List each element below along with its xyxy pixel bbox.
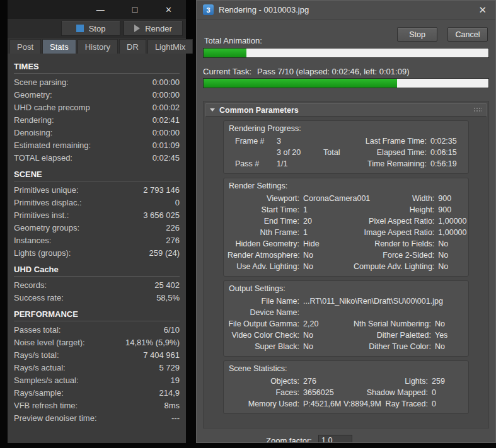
stat-row: Rendering: 0:02:41 bbox=[14, 113, 180, 126]
stat-label: Passes total: bbox=[14, 325, 61, 335]
close-button[interactable]: ✕ bbox=[165, 6, 172, 14]
param-value: Yes bbox=[434, 330, 468, 341]
grip-icon[interactable] bbox=[473, 107, 482, 113]
app-icon: 3 bbox=[203, 4, 214, 15]
stat-value: 214,9 bbox=[159, 388, 180, 398]
stat-value: 0:01:09 bbox=[153, 141, 180, 150]
stat-row: Denoising: 0:00:00 bbox=[14, 126, 180, 139]
stat-row: Primitives unique: 2 793 146 bbox=[14, 183, 180, 196]
close-icon[interactable]: ✕ bbox=[476, 4, 489, 16]
rendering-progress-grid: Frame # 3 Last Frame Time: 0:02:35 3 of … bbox=[228, 135, 464, 169]
dialog-titlebar[interactable]: 3 Rendering - 0010003.jpg ✕ bbox=[197, 1, 495, 20]
dialog-title: Rendering - 0010003.jpg bbox=[219, 5, 309, 14]
stat-value: 0 bbox=[175, 198, 180, 207]
stat-label: Rays/s total: bbox=[14, 350, 59, 360]
rollout-area: Common Parameters Rendering Progress: Fr… bbox=[203, 101, 489, 428]
tab-history[interactable]: History bbox=[78, 39, 118, 54]
param-value: 1,00000 bbox=[437, 215, 471, 227]
stat-row: Primitives inst.: 3 656 025 bbox=[14, 209, 180, 221]
param-value: 0 bbox=[430, 387, 464, 398]
stat-label: VFB refresh time: bbox=[14, 401, 78, 410]
param-value: 900 bbox=[437, 193, 471, 204]
dialog-body: Total Animation: Stop Cancel Current Tas… bbox=[197, 27, 495, 443]
param-label: Dither True Color: bbox=[354, 341, 434, 352]
section-title-performance: PERFORMANCE bbox=[14, 304, 180, 321]
file-name-label: File Name: bbox=[228, 296, 302, 307]
param-label: Super Black: bbox=[228, 341, 302, 352]
param-value: 0:56:19 bbox=[429, 158, 464, 169]
stat-value: 0:00:02 bbox=[153, 103, 180, 112]
param-value: P:4521,6M V:8894,9M bbox=[302, 398, 354, 410]
param-value: 1/1 bbox=[268, 158, 321, 169]
param-value: No bbox=[437, 261, 471, 272]
stat-label: Rays/sample: bbox=[14, 388, 64, 398]
param-value: No bbox=[437, 250, 471, 261]
group-title: Output Settings: bbox=[229, 284, 464, 293]
render-button-label: Render bbox=[145, 24, 172, 33]
stats-panel: TIMES Scene parsing: 0:00:00 Geometry: 0… bbox=[8, 54, 186, 424]
current-task-text: Pass 7/10 (elapsed: 0:02:46, left: 0:01:… bbox=[257, 67, 409, 76]
performance-rows: Passes total: 6/10 Noise level (target):… bbox=[14, 323, 180, 424]
param-label: Force 2-Sided: bbox=[354, 250, 437, 261]
maximize-button[interactable]: □ bbox=[132, 5, 137, 14]
param-value: 276 bbox=[302, 376, 354, 387]
param-label: Video Color Check: bbox=[228, 330, 302, 341]
tab-dr[interactable]: DR bbox=[119, 39, 146, 54]
current-task-progressbar bbox=[203, 78, 489, 88]
stat-row: Preview denoiser time: --- bbox=[14, 411, 180, 424]
param-label: Last Frame Time: bbox=[352, 135, 429, 147]
param-label: Start Time: bbox=[228, 204, 302, 215]
tab-stats[interactable]: Stats bbox=[42, 39, 76, 54]
device-name-label: Device Name: bbox=[228, 307, 302, 318]
param-label: Render to Fields: bbox=[354, 238, 437, 250]
stat-value: 19 bbox=[171, 376, 180, 385]
param-value: No bbox=[434, 341, 468, 352]
stat-label: Samples/s actual: bbox=[14, 376, 79, 385]
stop-button[interactable]: Stop bbox=[397, 27, 437, 42]
param-label: Lights: bbox=[354, 376, 430, 387]
param-label: Objects: bbox=[228, 376, 302, 387]
param-label: Frame # bbox=[228, 135, 268, 147]
param-label: Faces: bbox=[228, 387, 302, 398]
param-label: Dither Paletted: bbox=[354, 330, 434, 341]
cancel-button[interactable]: Cancel bbox=[447, 27, 488, 42]
stat-row: Noise level (target): 14,81% (5,9%) bbox=[14, 336, 180, 348]
param-value: CoronaCamera001 bbox=[302, 193, 354, 204]
corona-vfb-panel: — □ ✕ Stop Render Post Stats History DR … bbox=[8, 0, 186, 443]
stat-row: Records: 25 402 bbox=[14, 279, 180, 291]
stat-row: Geometry: 0:00:00 bbox=[14, 88, 180, 101]
param-value: 0:06:15 bbox=[429, 147, 464, 158]
tab-post[interactable]: Post bbox=[9, 39, 41, 54]
stat-value: 6/10 bbox=[164, 325, 180, 335]
param-value: No bbox=[302, 330, 354, 341]
render-button[interactable]: Render bbox=[124, 21, 183, 36]
param-value: 900 bbox=[437, 204, 471, 215]
vfb-titlebar[interactable]: — □ ✕ bbox=[8, 0, 186, 19]
group-title: Rendering Progress: bbox=[229, 124, 464, 133]
stop-button[interactable]: Stop bbox=[61, 21, 120, 36]
stat-value: 0:00:00 bbox=[153, 78, 180, 87]
param-value: 20 bbox=[302, 215, 354, 227]
tab-lightmix[interactable]: LightMix bbox=[147, 39, 193, 54]
vfb-toolbar: Stop Render bbox=[8, 19, 186, 38]
group-output-settings: Output Settings: File Name: ...RT\011_Ni… bbox=[223, 280, 469, 357]
total-animation-progressbar bbox=[203, 48, 489, 58]
stat-label: Scene parsing: bbox=[14, 78, 69, 87]
rollout-common-parameters[interactable]: Common Parameters bbox=[205, 103, 487, 117]
section-title-times: TIMES bbox=[14, 56, 180, 74]
param-value: 1 bbox=[302, 204, 354, 215]
param-label: Pixel Aspect Ratio: bbox=[354, 215, 437, 227]
stat-label: Estimated remaining: bbox=[14, 141, 91, 150]
section-title-uhd-cache: UHD Cache bbox=[14, 259, 180, 277]
param-label bbox=[228, 147, 268, 158]
minimize-button[interactable]: — bbox=[96, 6, 105, 14]
param-value: No bbox=[302, 261, 354, 272]
param-label: Compute Adv. Lighting: bbox=[354, 261, 437, 272]
param-value: 1,00000 bbox=[437, 227, 471, 238]
stat-label: Records: bbox=[14, 280, 47, 290]
param-value: 3 bbox=[268, 135, 321, 147]
stat-value: 259 (24) bbox=[149, 248, 180, 258]
zoom-factor-value[interactable]: 1,0 bbox=[318, 435, 352, 443]
zoom-factor-row: Zoom factor: 1,0 bbox=[203, 435, 489, 443]
render-play-icon bbox=[134, 25, 140, 32]
